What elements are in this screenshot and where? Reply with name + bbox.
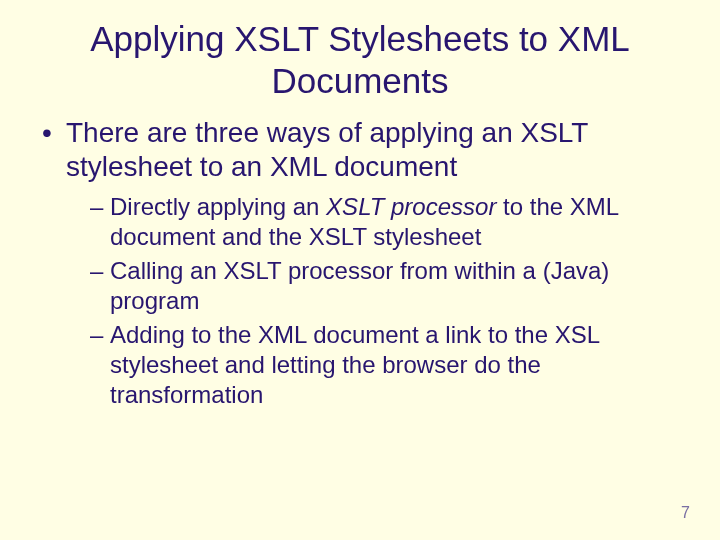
slide-body: Applying XSLT Stylesheets to XML Documen… — [0, 0, 720, 410]
lvl2-emphasized: XSLT processor — [326, 193, 496, 220]
list-item: Calling an XSLT processor from within a … — [90, 256, 688, 316]
lvl1-text: There are three ways of applying an XSLT… — [66, 117, 588, 182]
page-number: 7 — [681, 504, 690, 522]
lvl2-text: Adding to the XML document a link to the… — [110, 321, 599, 408]
lvl2-text: Calling an XSLT processor from within a … — [110, 257, 609, 314]
slide-title: Applying XSLT Stylesheets to XML Documen… — [24, 18, 696, 102]
list-item: Directly applying an XSLT processor to t… — [90, 192, 688, 252]
list-item: Adding to the XML document a link to the… — [90, 320, 688, 410]
lvl2-text-part: Directly applying an — [110, 193, 326, 220]
list-item: There are three ways of applying an XSLT… — [42, 116, 688, 410]
bullet-list-level2: Directly applying an XSLT processor to t… — [66, 192, 688, 410]
bullet-list-level1: There are three ways of applying an XSLT… — [24, 116, 696, 410]
